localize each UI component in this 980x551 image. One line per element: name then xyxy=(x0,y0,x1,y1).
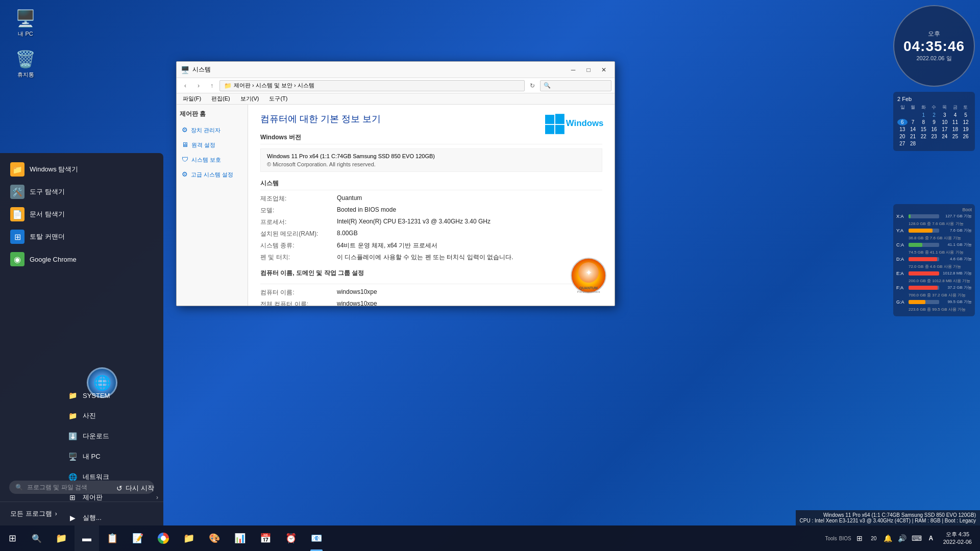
desktop-icon-recycle-bin[interactable]: 🗑️ 휴지통 xyxy=(5,46,46,81)
model-label: 모델: xyxy=(260,206,337,215)
taskbar-sys-icon-1[interactable]: ⊞ xyxy=(853,525,866,551)
start-app-tools-explorer[interactable]: 🛠️ 도구 탐색기 xyxy=(5,181,158,203)
system-type-label: 시스템 종류: xyxy=(260,241,337,250)
sidebar-link-remote-settings[interactable]: 🖥 원격 설정 xyxy=(180,138,244,152)
taskbar-time: 오후 4:35 xyxy=(943,531,972,538)
search-input[interactable] xyxy=(27,484,99,491)
window-title-text: 시스템 xyxy=(192,65,564,74)
downloads-label: 다운로드 xyxy=(83,432,109,441)
menu-edit[interactable]: 편집(E) xyxy=(209,94,232,104)
sidebar-link-advanced-settings[interactable]: ⚙ 고급 시스템 설정 xyxy=(180,168,244,182)
taskbar-files2[interactable]: 📁 xyxy=(177,525,201,551)
start-right-downloads[interactable]: ⬇️ 다운로드 xyxy=(61,426,163,446)
drive-row-y: Y:A 7.6 GB 가능 xyxy=(896,228,972,233)
taskbar-lang-icon[interactable]: A xyxy=(925,525,937,551)
taskbar-volume-icon[interactable]: 🔊 xyxy=(896,525,909,551)
all-programs-button[interactable]: 모든 프로그램 › xyxy=(6,506,61,521)
calendar-days-header: 일월화수목금토 xyxy=(897,104,971,111)
minimize-button[interactable]: ─ xyxy=(567,65,580,75)
start-button[interactable]: ⊞ xyxy=(0,525,24,551)
calendar-widget: 2 Feb 일월화수목금토 12345 6789101112 131415161… xyxy=(893,92,975,151)
drive-row-g: G:A 99.5 GB 가능 xyxy=(896,299,972,305)
total-commander-icon: ⊞ xyxy=(10,230,24,244)
my-pc-label: 내 PC xyxy=(18,31,33,37)
desktop-icon-my-pc[interactable]: 🖥️ 내 PC xyxy=(5,5,46,40)
start-right-system[interactable]: 📁 SYSTEM xyxy=(61,385,163,406)
nav-refresh[interactable]: ↻ xyxy=(527,80,538,91)
taskbar-sys-icon-3[interactable]: 🔔 xyxy=(882,525,894,551)
start-app-total-commander[interactable]: ⊞ 토탈 커맨더 xyxy=(5,226,158,248)
memory-label: 설치된 메모리(RAM): xyxy=(260,230,337,238)
recycle-bin-label: 휴지통 xyxy=(17,71,34,78)
my-pc-icon: 🖥️ xyxy=(15,8,36,29)
close-button[interactable]: ✕ xyxy=(597,65,610,75)
taskbar-chrome[interactable] xyxy=(151,525,176,551)
drive-row-x: X:A 127.7 GB 가능 xyxy=(896,213,972,219)
total-commander-label: 토탈 커맨더 xyxy=(30,232,65,241)
processor-label: 프로세서: xyxy=(260,218,337,227)
start-right-photos[interactable]: 📁 사진 xyxy=(61,406,163,426)
address-path[interactable]: 📁 제어판 › 시스템 및 보안 › 시스템 xyxy=(219,80,525,91)
drive-monitor: Boot X:A 127.7 GB 가능 128.0 GB 중 7.6 GB 사… xyxy=(893,204,975,316)
start-right-run[interactable]: ▶ 실행... xyxy=(61,508,163,528)
nav-up[interactable]: ↑ xyxy=(206,80,217,91)
start-menu: 📁 Windows 탐색기 🛠️ 도구 탐색기 📄 문서 탐색기 ⊞ 토탈 커맨… xyxy=(0,153,163,525)
taskbar-notepad[interactable]: 📋 xyxy=(100,525,125,551)
taskbar-clock[interactable]: 오후 4:35 2022-02-06 xyxy=(939,531,976,546)
full-comp-name-label: 전체 컴퓨터 이름: xyxy=(260,300,337,306)
taskbar-items: 📁 ▬ 📋 📝 📁 🎨 📊 📅 ⏰ 📧 xyxy=(49,525,825,551)
system-type-value: 64비트 운영 체제, x64 기반 프로세서 xyxy=(337,241,437,250)
window-controls: ─ □ ✕ xyxy=(567,65,610,75)
nav-back[interactable]: ‹ xyxy=(180,80,191,91)
all-programs-label: 모든 프로그램 xyxy=(10,509,52,518)
address-search[interactable]: 🔍 xyxy=(540,80,611,91)
start-app-windows-explorer[interactable]: 📁 Windows 탐색기 xyxy=(5,158,158,181)
processor-value: Intel(R) Xeon(R) CPU E3-1231 v3 @ 3.40GH… xyxy=(337,218,491,227)
svg-text:Windows 10: Windows 10 xyxy=(566,118,606,128)
svg-rect-2 xyxy=(545,125,554,134)
sidebar-link-device-manager[interactable]: ⚙ 장치 관리자 xyxy=(180,123,244,137)
maximize-button[interactable]: □ xyxy=(582,65,595,75)
nav-forward[interactable]: › xyxy=(193,80,204,91)
model-value: Booted in BIOS mode xyxy=(337,206,396,215)
start-app-google-chrome[interactable]: ◉ Google Chrome xyxy=(5,248,158,270)
menu-tools[interactable]: 도구(T) xyxy=(267,94,289,104)
taskbar-terminal[interactable]: ▬ xyxy=(75,525,99,551)
shield-icon: 🛡 xyxy=(182,156,188,164)
menu-file[interactable]: 파일(F) xyxy=(181,94,203,104)
ms-copyright: © Microsoft Corporation. All rights rese… xyxy=(267,161,596,167)
restart-button[interactable]: ↺ 다시 시작 xyxy=(112,481,158,496)
taskbar-text-editor[interactable]: 📝 xyxy=(126,525,150,551)
system-section-title: 시스템 xyxy=(260,179,602,190)
taskbar-paint[interactable]: 🎨 xyxy=(202,525,227,551)
clock-date: 2022.02.06 일 xyxy=(916,55,951,62)
bottom-info-line1: Windows 11 Pro x64 (1:1 C:74GB Samsung S… xyxy=(800,512,976,518)
taskbar-clock-app[interactable]: ⏰ xyxy=(279,525,303,551)
full-comp-name-value: windows10xpe xyxy=(337,300,377,306)
svg-rect-0 xyxy=(545,115,554,124)
drive-row-e: E:A 1012.8 MB 가능 xyxy=(896,270,972,276)
taskbar-sys-icon-2[interactable]: 20 xyxy=(868,525,880,551)
window-sidebar: 제어판 홈 ⚙ 장치 관리자 🖥 원격 설정 🛡 시스템 보호 ⚙ 고급 시스템… xyxy=(177,105,248,306)
start-app-docs-explorer[interactable]: 📄 문서 탐색기 xyxy=(5,203,158,226)
start-right-my-pc[interactable]: 🖥️ 내 PC xyxy=(61,446,163,467)
sidebar-title: 제어판 홈 xyxy=(180,110,244,118)
menu-view[interactable]: 보기(V) xyxy=(238,94,261,104)
calendar-days: 12345 6789101112 13141516171819 20212223… xyxy=(897,112,971,147)
system-label: SYSTEM xyxy=(83,392,110,399)
windows-logo: Windows 10 xyxy=(545,113,606,140)
taskbar-calendar[interactable]: 📅 xyxy=(253,525,278,551)
taskbar-keyboard-icon[interactable]: ⌨ xyxy=(911,525,923,551)
window-content: Windows 10 QUANTUMPre-Environment ✦ 컴퓨터에… xyxy=(248,105,615,306)
taskbar-app1[interactable]: 📊 xyxy=(228,525,252,551)
sidebar-link-system-protection[interactable]: 🛡 시스템 보호 xyxy=(180,153,244,167)
taskbar-file-explorer[interactable]: 📁 xyxy=(49,525,74,551)
comp-name-label: 컴퓨터 이름: xyxy=(260,288,337,297)
clock-ampm: 오후 xyxy=(928,30,940,38)
windows-explorer-icon: 📁 xyxy=(10,162,24,177)
taskbar-mail[interactable]: 📧 xyxy=(304,525,329,551)
taskbar-search-button[interactable]: 🔍 xyxy=(24,525,49,551)
run-label: 실행... xyxy=(83,513,102,522)
window-addressbar: ‹ › ↑ 📁 제어판 › 시스템 및 보안 › 시스템 ↻ 🔍 xyxy=(177,78,615,93)
window-title-icon: 🖥️ xyxy=(181,66,189,74)
